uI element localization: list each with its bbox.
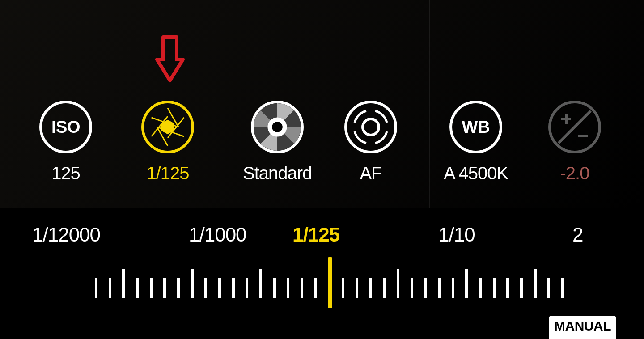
ruler-tick (534, 269, 537, 298)
white-balance-value: A 4500K (444, 163, 508, 183)
iso-icon: ISO (39, 101, 92, 153)
scale-label-selected: 1/125 (292, 224, 339, 246)
svg-point-8 (272, 122, 283, 132)
ruler-tick (191, 269, 194, 298)
focus-control[interactable]: AF (344, 101, 397, 183)
shutter-control[interactable]: 1/125 (141, 101, 194, 183)
ruler-tick (506, 278, 509, 298)
ruler-tick (411, 278, 413, 298)
manual-controls-row: ISO 125 1/125 (0, 101, 644, 212)
mode-tag[interactable]: MANUAL (549, 316, 616, 339)
ruler-tick (547, 278, 550, 298)
exposure-compensation-control[interactable]: -2.0 (548, 101, 601, 183)
ruler-tick (452, 278, 454, 298)
ruler-tick (561, 278, 564, 298)
scale-label: 2 (572, 224, 583, 246)
iso-icon-text: ISO (51, 118, 80, 137)
tone-control[interactable]: Standard (243, 101, 312, 183)
scale-label: 1/1000 (189, 224, 246, 246)
ruler-tick (424, 278, 427, 298)
ruler-tick (122, 269, 125, 298)
shutter-value: 1/125 (146, 163, 189, 183)
white-balance-icon-text: WB (462, 118, 490, 137)
ruler-tick (465, 269, 468, 298)
white-balance-icon: WB (449, 101, 502, 153)
ruler-tick (232, 278, 235, 298)
ruler-tick (520, 278, 523, 298)
ruler-tick (273, 278, 276, 298)
ruler-tick (246, 278, 248, 298)
ruler-tick (177, 278, 180, 298)
svg-line-10 (559, 111, 591, 143)
exposure-compensation-value: -2.0 (560, 163, 589, 183)
scale-label: 1/10 (438, 224, 475, 246)
ruler-tick (438, 278, 441, 298)
exposure-compensation-icon (548, 101, 601, 153)
svg-point-9 (363, 119, 379, 135)
ruler-tick (479, 278, 482, 298)
tone-value: Standard (243, 163, 312, 183)
focus-icon (344, 101, 397, 153)
ruler-tick (356, 278, 358, 298)
ruler-tick (109, 278, 111, 298)
ruler-tick (493, 278, 496, 298)
ruler-tick-selected (328, 257, 332, 308)
tone-wheel-icon (251, 101, 304, 153)
ruler-tick (397, 269, 399, 298)
iso-value: 125 (51, 163, 80, 183)
ruler-tick (369, 278, 372, 298)
ruler-tick (218, 278, 221, 298)
ruler-tick (150, 278, 153, 298)
shutter-scale-labels: 1/12000 1/1000 1/125 1/10 2 (0, 224, 644, 246)
shutter-ruler[interactable] (0, 257, 644, 311)
annotation-arrow-icon (154, 35, 186, 84)
iso-control[interactable]: ISO 125 (39, 101, 92, 183)
focus-value: AF (360, 163, 381, 183)
aperture-icon (141, 101, 194, 153)
ruler-tick (163, 278, 166, 298)
ruler-tick (287, 278, 289, 298)
ruler-tick (95, 278, 97, 298)
ruler-tick (314, 278, 317, 298)
ruler-tick (342, 278, 344, 298)
ruler-tick (301, 278, 303, 298)
ruler-tick (136, 278, 139, 298)
ruler-tick (259, 269, 262, 298)
scale-label: 1/12000 (32, 224, 100, 246)
white-balance-control[interactable]: WB A 4500K (444, 101, 508, 183)
ruler-tick (204, 278, 207, 298)
ruler-tick (383, 278, 386, 298)
